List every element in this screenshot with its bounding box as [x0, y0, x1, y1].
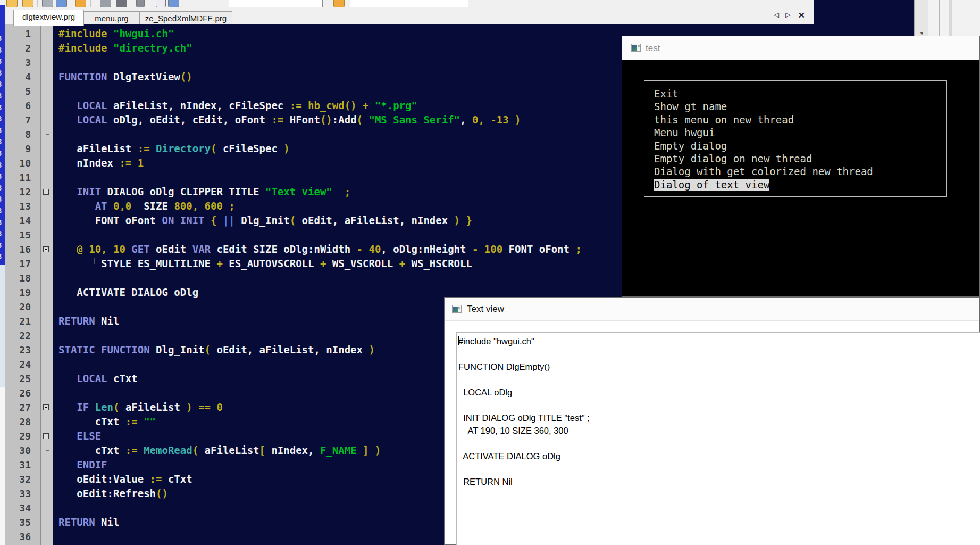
text-view-line [458, 348, 980, 360]
folder-icon[interactable] [6, 0, 18, 7]
clipped-line-number: 3 [0, 103, 5, 112]
line-number: 2 [5, 41, 40, 55]
toolbar-combobox[interactable] [229, 0, 323, 7]
toolbar-separator [131, 0, 131, 7]
test-dialog-window: test ExitShow gt namethis menu on new th… [622, 36, 980, 297]
line-number: 32 [5, 472, 40, 486]
clipped-line-number: 3 [0, 137, 5, 146]
line-number: 27 [5, 400, 40, 415]
line-number: 36 [5, 530, 40, 544]
line-number: 10 [5, 156, 40, 170]
clipped-line-number: 3 [0, 229, 5, 238]
text-view-line [458, 463, 980, 475]
folder-icon[interactable] [75, 0, 86, 7]
text-view-title: Text view [467, 304, 504, 315]
text-view-line: AT 190, 10 SIZE 360, 300 [458, 424, 980, 437]
background-panel [928, 0, 980, 36]
undo-icon[interactable] [100, 0, 111, 7]
text-view-editbox[interactable]: #include "hwgui.ch"FUNCTION DlgEmpty() L… [456, 332, 980, 545]
clipped-line-number: 3 [0, 172, 5, 180]
menu-item[interactable]: this menu on new thread [654, 114, 794, 126]
editor-background-fragment [814, 0, 914, 36]
menu-item[interactable]: Empty dialog [654, 140, 727, 152]
line-number: 31 [5, 458, 40, 472]
line-number: 34 [5, 501, 40, 515]
background-window-edge-white [0, 387, 5, 545]
clipped-line-number: 3 [0, 161, 5, 169]
line-number: 11 [5, 170, 40, 185]
menu-item[interactable]: Empty dialog on new thread [654, 153, 812, 165]
line-number: 22 [5, 328, 40, 343]
tab-scroll-left-icon[interactable]: ◁ [774, 11, 779, 19]
panel-divider [949, 0, 952, 36]
window-icon [452, 305, 462, 313]
line-number: 19 [5, 285, 40, 300]
tab-close-icon[interactable]: ✕ [798, 11, 805, 20]
line-number: 23 [5, 343, 40, 357]
code-fold-margin[interactable] [41, 24, 53, 545]
menu-item[interactable]: Show gt name [654, 101, 727, 113]
toolbar-separator [71, 0, 71, 7]
clipped-line-number: 3 [0, 34, 5, 43]
line-number: 26 [5, 386, 40, 400]
tab-menu[interactable]: menu.prg [83, 11, 140, 25]
text-view-line: RETURN Nil [458, 475, 980, 488]
line-number: 4 [5, 70, 40, 84]
test-window-titlebar[interactable]: test [622, 36, 979, 60]
text-view-line [458, 399, 980, 411]
folder-icon[interactable] [22, 0, 33, 7]
line-number: 17 [5, 257, 40, 271]
toolbar-separator [183, 0, 183, 7]
line-number: 12 [5, 185, 40, 199]
page-icon[interactable] [156, 0, 166, 7]
toolbar-search-input[interactable] [350, 0, 468, 7]
test-menu-box: ExitShow gt namethis menu on new threadM… [644, 80, 947, 197]
text-view-line [458, 373, 980, 386]
save-icon[interactable] [56, 0, 67, 7]
clipped-line-number: 3 [0, 195, 5, 203]
line-number: 6 [5, 98, 40, 113]
menu-item[interactable]: Dialog with get colorized new thread [654, 166, 873, 178]
line-number: 21 [5, 314, 40, 328]
line-number: 33 [5, 486, 40, 501]
tab-ze-spedxmlmdfe[interactable]: ze_SpedXmlMDFE.prg [139, 11, 232, 25]
text-view-line: INIT DIALOG oDlg TITLE "test" ; [458, 411, 980, 424]
text-view-titlebar[interactable]: Text view [445, 298, 979, 321]
toolbar-separator [37, 0, 38, 7]
tab-bar: dlgtextview.prg menu.prg ze_SpedXmlMDFE.… [5, 7, 813, 25]
background-window-edge-light [0, 265, 5, 387]
folder-icon[interactable] [333, 0, 345, 7]
text-view-window: Text view #include "hwgui.ch"FUNCTION Dl… [444, 297, 980, 545]
line-number: 16 [5, 242, 40, 257]
clipped-line-number: 3 [0, 207, 5, 215]
toolbar-separator [90, 0, 91, 7]
line-number: 13 [5, 199, 40, 213]
clipped-line-number: 3 [0, 184, 5, 192]
clipped-line-number: 3 [0, 218, 5, 227]
vertical-scrollbar[interactable]: ▼ [914, 0, 929, 36]
menu-item[interactable]: Dialog of text view [654, 179, 769, 191]
text-view-line: FUNCTION DlgEmpty() [458, 360, 980, 373]
line-number: 25 [5, 371, 40, 386]
printer-icon[interactable] [42, 0, 53, 7]
copy-icon[interactable] [168, 0, 179, 7]
clipped-line-number: 3 [0, 126, 5, 135]
text-view-line: ACTIVATE DIALOG oDlg [458, 450, 980, 463]
toolbar [0, 0, 814, 7]
redo-icon[interactable] [116, 0, 127, 7]
menu-item[interactable]: Exit [654, 88, 679, 100]
cut-icon[interactable] [136, 0, 145, 7]
line-number: 24 [5, 357, 40, 371]
line-number: 8 [5, 127, 40, 142]
menu-item[interactable]: Menu hwgui [654, 127, 715, 139]
clipped-line-number: 3 [0, 92, 5, 100]
panel-divider [939, 0, 940, 36]
line-number: 14 [5, 213, 40, 228]
text-cursor [458, 336, 459, 345]
clipped-line-number: 3 [0, 80, 5, 88]
clipped-line-number: 3 [0, 69, 5, 77]
text-view-line: #include "hwgui.ch" [458, 335, 980, 348]
tab-dlgtextview[interactable]: dlgtextview.prg [13, 10, 84, 26]
tab-scroll-right-icon[interactable]: ▷ [785, 11, 791, 19]
line-number: 3 [5, 55, 40, 70]
